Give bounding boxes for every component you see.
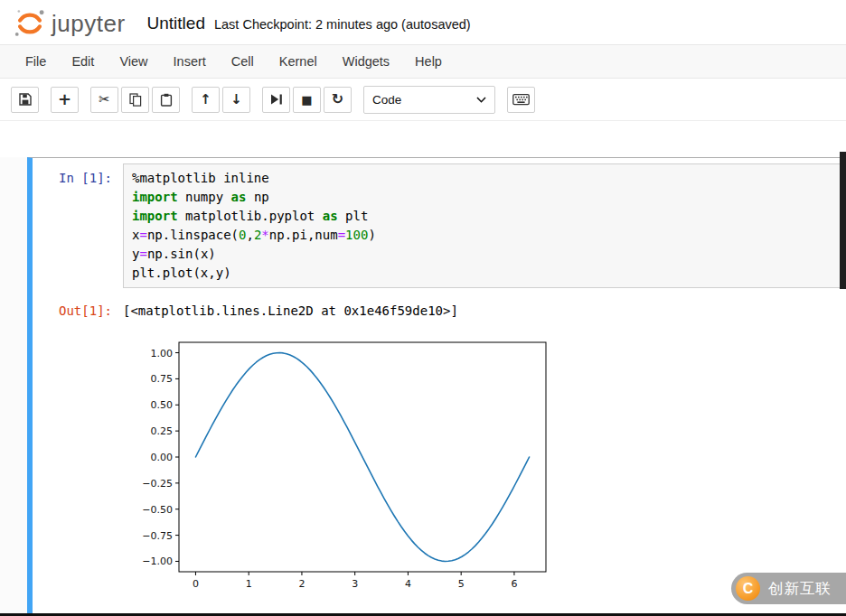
stop-icon: ■ [301,94,312,106]
scrollbar-thumb[interactable] [840,152,846,289]
svg-text:−0.50: −0.50 [142,504,173,516]
menu-item-kernel[interactable]: Kernel [267,47,330,76]
input-prompt: In [1]: [33,163,123,288]
notebook-title[interactable]: Untitled [147,14,205,33]
code-line: plt.plot(x,y) [132,264,846,283]
svg-text:2: 2 [298,578,305,590]
svg-text:3: 3 [352,578,358,590]
watermark-logo-icon: C [736,576,760,601]
code-line: import matplotlib.pyplot as plt [132,207,846,226]
arrow-down-icon: ↓ [230,93,242,107]
jupyter-app: jupyter Untitled Last Checkpoint: 2 minu… [0,0,846,616]
save-icon [19,93,32,106]
svg-text:0.25: 0.25 [151,425,174,437]
code-line: %matplotlib inline [132,169,846,188]
copy-cells-button[interactable] [121,87,149,113]
menu-item-help[interactable]: Help [402,47,455,76]
run-cell-button[interactable] [262,87,290,113]
command-palette-button[interactable] [507,87,535,113]
paste-cells-button[interactable] [152,87,180,113]
insert-cell-below-button[interactable]: + [51,87,79,113]
svg-text:−0.25: −0.25 [142,478,173,490]
run-icon [270,94,283,105]
svg-text:0.75: 0.75 [151,373,174,385]
svg-text:−0.75: −0.75 [142,530,173,542]
watermark-text: 创新互联 [768,579,832,599]
move-cell-up-button[interactable]: ↑ [192,87,220,113]
notebook-area: In [1]: %matplotlib inlineimport numpy a… [0,157,846,616]
cell-output-area: Out[1]: [<matplotlib.lines.Line2D at 0x1… [33,296,846,605]
sine-plot-svg: 01234561.000.750.500.250.00−0.25−0.50−0.… [134,331,559,602]
move-cell-down-button[interactable]: ↓ [222,87,250,113]
output-text: [<matplotlib.lines.Line2D at 0x1e46f59de… [123,296,559,318]
save-button[interactable] [11,87,39,113]
paste-icon [160,93,173,107]
svg-text:1: 1 [246,578,252,590]
svg-text:1.00: 1.00 [151,348,174,359]
svg-text:0.00: 0.00 [151,452,174,463]
menu-item-edit[interactable]: Edit [59,47,107,76]
menu-item-widgets[interactable]: Widgets [330,47,402,76]
code-cell[interactable]: In [1]: %matplotlib inlineimport numpy a… [27,157,846,616]
svg-text:4: 4 [405,578,411,590]
output-plot: 01234561.000.750.500.250.00−0.25−0.50−0.… [134,331,559,605]
cell-type-dropdown[interactable]: Code [363,86,495,114]
cell-input-area: In [1]: %matplotlib inlineimport numpy a… [33,163,846,288]
jupyter-logo[interactable]: jupyter [13,6,126,41]
watermark: C 创新互联 [731,573,846,604]
header: jupyter Untitled Last Checkpoint: 2 minu… [0,0,846,44]
checkpoint-status: Last Checkpoint: 2 minutes ago (autosave… [214,17,471,32]
menu-item-file[interactable]: File [14,47,59,76]
svg-text:5: 5 [458,578,465,590]
restart-icon: ↻ [332,92,343,107]
keyboard-icon [512,93,530,106]
output-content: [<matplotlib.lines.Line2D at 0x1e46f59de… [123,296,559,605]
code-line: import numpy as np [132,188,846,207]
svg-text:0: 0 [193,578,199,590]
jupyter-logo-icon [13,6,47,41]
interrupt-kernel-button[interactable]: ■ [293,87,321,113]
jupyter-logo-text: jupyter [52,10,126,38]
cell-type-value: Code [372,93,401,107]
cut-icon: ✂ [99,93,110,107]
menu-item-view[interactable]: View [107,47,160,76]
svg-text:−1.00: −1.00 [142,555,173,567]
toolbar: + ✂ ↑ ↓ [0,79,846,121]
svg-text:6: 6 [511,578,517,590]
svg-text:0.50: 0.50 [151,399,174,411]
code-line: y=np.sin(x) [132,245,846,264]
arrow-up-icon: ↑ [200,93,212,107]
cut-cells-button[interactable]: ✂ [90,87,118,113]
copy-icon [129,93,142,107]
menu-item-insert[interactable]: Insert [161,47,219,76]
chevron-down-icon [476,97,486,103]
menu-item-cell[interactable]: Cell [219,47,267,76]
menubar: FileEditViewInsertCellKernelWidgetsHelp [0,44,846,79]
code-editor[interactable]: %matplotlib inlineimport numpy as npimpo… [123,163,846,288]
restart-kernel-button[interactable]: ↻ [324,87,352,113]
output-prompt: Out[1]: [33,296,123,605]
code-line: x=np.linspace(0,2*np.pi,num=100) [132,226,846,245]
add-cell-icon: + [58,91,71,107]
